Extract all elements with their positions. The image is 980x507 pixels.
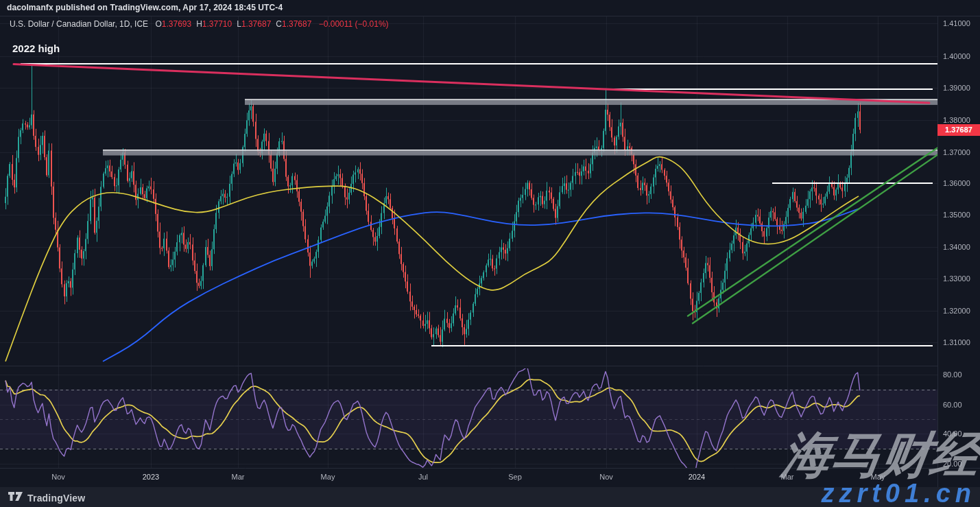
tradingview-published-chart: dacolmanfx published on TradingView.com,… [0,0,980,507]
ohlc-value: 1.37687 [241,19,271,29]
chart-legend[interactable]: U.S. Dollar / Canadian Dollar, 1D, ICE O… [10,19,389,29]
price-tick-label: 1.37000 [943,148,970,156]
ohlc-value: 1.37693 [162,19,191,29]
change-value: −0.00011 (−0.01%) [319,19,389,29]
ohlc-label: O [155,19,161,29]
ohlc-values: O1.37693H1.37710L1.37687C1.37687 [150,19,311,29]
time-tick-label: Mar [219,473,257,481]
price-tick-label: 1.39000 [943,84,970,92]
price-tick-label: 1.33000 [943,274,970,283]
tradingview-logo-text[interactable]: TradingView [27,493,85,504]
ohlc-value: 1.37687 [282,19,311,29]
time-tick-label: Nov [587,473,625,481]
price-tick-label: 1.36000 [943,179,970,187]
price-tick-label: 1.38000 [943,116,970,124]
watermark-chinese-text: 海马财经 [779,430,980,480]
price-tick-label: 1.41000 [943,19,970,27]
ohlc-label: H [196,19,202,29]
tradingview-logo[interactable]: TradingView [8,491,85,504]
tradingview-logo-icon [8,491,23,504]
time-tick-label: Nov [39,473,77,481]
ohlc-label: L [237,19,241,29]
price-tick-label: 1.31000 [943,338,970,346]
time-tick-label: Sep [496,473,534,481]
publish-info-bar: dacolmanfx published on TradingView.com,… [0,0,980,16]
publish-info-text: dacolmanfx published on TradingView.com,… [7,3,283,12]
price-tick-label: 1.32000 [943,307,970,315]
time-tick-label: 2023 [132,473,170,481]
time-tick-label: 2024 [678,473,716,481]
price-tick-label: 1.35000 [943,211,970,219]
annotation-2022-high-label: 2022 high [12,43,60,54]
price-axis[interactable]: 1.410001.400001.390001.380001.370001.360… [938,16,980,468]
time-tick-label: May [309,473,347,481]
watermark-site-url: zzrt01.cn [821,480,976,506]
symbol-title[interactable]: U.S. Dollar / Canadian Dollar, 1D, ICE [10,19,148,29]
price-tick-label: 1.34000 [943,243,970,251]
price-tick-label: 80.00 [943,370,962,379]
price-tick-label: 1.40000 [943,52,970,60]
last-price-label: 1.37687 [937,124,980,136]
price-tick-label: 60.00 [943,401,962,409]
ohlc-label: C [276,19,282,29]
time-tick-label: Jul [404,473,442,481]
ohlc-value: 1.37710 [202,19,232,29]
